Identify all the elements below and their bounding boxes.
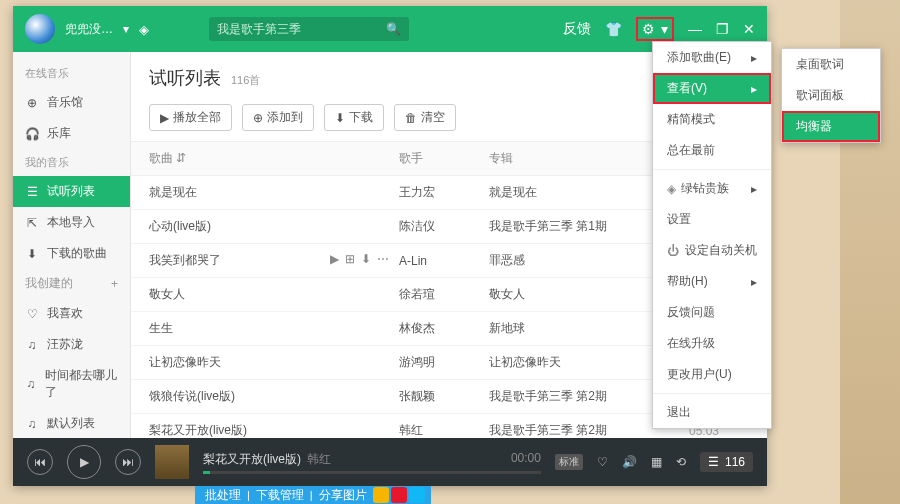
menu-auto-shutdown[interactable]: ⏻设定自动关机 <box>653 235 771 266</box>
play-button[interactable]: ▶ <box>67 445 101 479</box>
song-name: 饿狼传说(live版) <box>149 388 235 405</box>
menu-help[interactable]: 帮助(H)▸ <box>653 266 771 297</box>
album-name: 就是现在 <box>489 184 669 201</box>
music-icon: ♫ <box>25 377 37 391</box>
album-name: 我是歌手第三季 第1期 <box>489 218 669 235</box>
chevron-down-icon[interactable]: ▾ <box>123 22 129 36</box>
menu-feedback[interactable]: 反馈问题 <box>653 297 771 328</box>
now-playing-song[interactable]: 梨花又开放(live版) <box>203 452 301 466</box>
loop-icon[interactable]: ⟲ <box>676 455 686 469</box>
search-icon[interactable]: 🔍 <box>386 22 401 36</box>
more-icon[interactable]: ⋯ <box>377 252 389 269</box>
submenu-equalizer[interactable]: 均衡器 <box>782 111 880 142</box>
sidebar-item-pl3[interactable]: ♫默认列表 <box>13 408 130 438</box>
sidebar-item-pl2[interactable]: ♫时间都去哪儿了 <box>13 360 130 408</box>
song-name: 敬女人 <box>149 286 185 303</box>
menu-update[interactable]: 在线升级 <box>653 328 771 359</box>
song-name: 就是现在 <box>149 184 197 201</box>
heart-icon[interactable]: ♡ <box>597 455 608 469</box>
menu-compact[interactable]: 精简模式 <box>653 104 771 135</box>
plus-icon[interactable]: + <box>111 277 118 291</box>
next-button[interactable]: ⏭ <box>115 449 141 475</box>
gear-icon[interactable]: ⚙ <box>642 21 655 37</box>
song-count: 116首 <box>231 73 260 88</box>
menu-exit[interactable]: 退出 <box>653 397 771 428</box>
minimize-icon[interactable]: — <box>688 21 702 37</box>
download-button[interactable]: ⬇ 下载 <box>324 104 384 131</box>
now-playing-artist[interactable]: 韩红 <box>307 452 331 466</box>
artist-name: 徐若瑄 <box>399 286 489 303</box>
view-submenu: 桌面歌词 歌词面板 均衡器 <box>781 48 881 143</box>
weibo-icon[interactable] <box>391 487 407 503</box>
sidebar-item-local[interactable]: ⇱本地导入 <box>13 207 130 238</box>
clear-button[interactable]: 🗑 清空 <box>394 104 456 131</box>
submenu-desktop-lyrics[interactable]: 桌面歌词 <box>782 49 880 80</box>
sidebar-item-playlist[interactable]: ☰试听列表 <box>13 176 130 207</box>
play-all-button[interactable]: ▶ 播放全部 <box>149 104 232 131</box>
qq-icon[interactable] <box>409 487 425 503</box>
page-title: 试听列表 <box>149 66 221 90</box>
app-icon[interactable] <box>373 487 389 503</box>
close-icon[interactable]: ✕ <box>743 21 755 37</box>
taskbar-strip: 批处理| 下载管理| 分享图片 <box>195 486 431 504</box>
lyrics-icon[interactable]: ▦ <box>651 455 662 469</box>
menu-ontop[interactable]: 总在最前 <box>653 135 771 166</box>
menu-add-song[interactable]: 添加歌曲(E)▸ <box>653 42 771 73</box>
queue-button[interactable]: ☰ 116 <box>700 452 753 472</box>
album-name: 让初恋像昨天 <box>489 354 669 371</box>
diamond-icon[interactable]: ◈ <box>139 22 149 37</box>
current-time: 00:00 <box>511 451 541 465</box>
shirt-icon[interactable]: 👕 <box>605 21 622 37</box>
menu-view[interactable]: 查看(V)▸ <box>653 73 771 104</box>
submenu-lyrics-panel[interactable]: 歌词面板 <box>782 80 880 111</box>
sidebar-group: 在线音乐 <box>13 60 130 87</box>
feedback-link[interactable]: 反馈 <box>563 20 591 38</box>
progress-bar[interactable] <box>203 471 541 474</box>
task-share[interactable]: 分享图片 <box>315 487 371 504</box>
col-artist[interactable]: 歌手 <box>399 150 489 167</box>
headset-icon: 🎧 <box>25 127 39 141</box>
add-icon[interactable]: ⊞ <box>345 252 355 269</box>
music-icon: ♫ <box>25 417 39 431</box>
album-name: 我是歌手第三季 第2期 <box>489 388 669 405</box>
sidebar-item-pl1[interactable]: ♫汪苏泷 <box>13 329 130 360</box>
task-batch[interactable]: 批处理 <box>201 487 245 504</box>
restore-icon[interactable]: ❐ <box>716 21 729 37</box>
download-icon[interactable]: ⬇ <box>361 252 371 269</box>
menu-settings[interactable]: 设置 <box>653 204 771 235</box>
chevron-down-icon[interactable]: ▾ <box>661 21 668 37</box>
volume-icon[interactable]: 🔊 <box>622 455 637 469</box>
sidebar-group: 我创建的+ <box>13 269 130 298</box>
quality-tag[interactable]: 标准 <box>555 454 583 470</box>
settings-menu: 添加歌曲(E)▸ 查看(V)▸ 精简模式 总在最前 ◈绿钻贵族▸ 设置 ⏻设定自… <box>652 41 772 429</box>
play-icon[interactable]: ▶ <box>330 252 339 269</box>
username[interactable]: 兜兜没… <box>65 21 113 38</box>
sidebar-group: 我的音乐 <box>13 149 130 176</box>
settings-dropdown-highlight: ⚙ ▾ <box>636 17 674 41</box>
search-input[interactable] <box>217 22 386 36</box>
artist-name: 张靓颖 <box>399 388 489 405</box>
music-icon: ♫ <box>25 338 39 352</box>
sidebar-item-library[interactable]: 🎧乐库 <box>13 118 130 149</box>
prev-button[interactable]: ⏮ <box>27 449 53 475</box>
task-dlmgr[interactable]: 下载管理 <box>252 487 308 504</box>
artist-name: 韩红 <box>399 422 489 438</box>
song-name: 心动(live版) <box>149 218 211 235</box>
album-name: 罪恶感 <box>489 252 669 269</box>
download-icon: ⬇ <box>25 247 39 261</box>
menu-switch-user[interactable]: 更改用户(U) <box>653 359 771 390</box>
search-box[interactable]: 🔍 <box>209 17 409 41</box>
sidebar-item-fav[interactable]: ♡我喜欢 <box>13 298 130 329</box>
album-cover[interactable] <box>155 445 189 479</box>
add-to-button[interactable]: ⊕ 添加到 <box>242 104 314 131</box>
menu-vip[interactable]: ◈绿钻贵族▸ <box>653 173 771 204</box>
app-logo-icon[interactable] <box>25 14 55 44</box>
sidebar-item-music-hall[interactable]: ⊕音乐馆 <box>13 87 130 118</box>
row-actions: ▶⊞⬇⋯ <box>330 252 389 269</box>
song-name: 让初恋像昨天 <box>149 354 221 371</box>
col-album[interactable]: 专辑 <box>489 150 669 167</box>
artist-name: 林俊杰 <box>399 320 489 337</box>
headphone-icon: ⊕ <box>25 96 39 110</box>
sidebar-item-downloads[interactable]: ⬇下载的歌曲 <box>13 238 130 269</box>
col-song[interactable]: 歌曲 ⇵ <box>149 150 399 167</box>
